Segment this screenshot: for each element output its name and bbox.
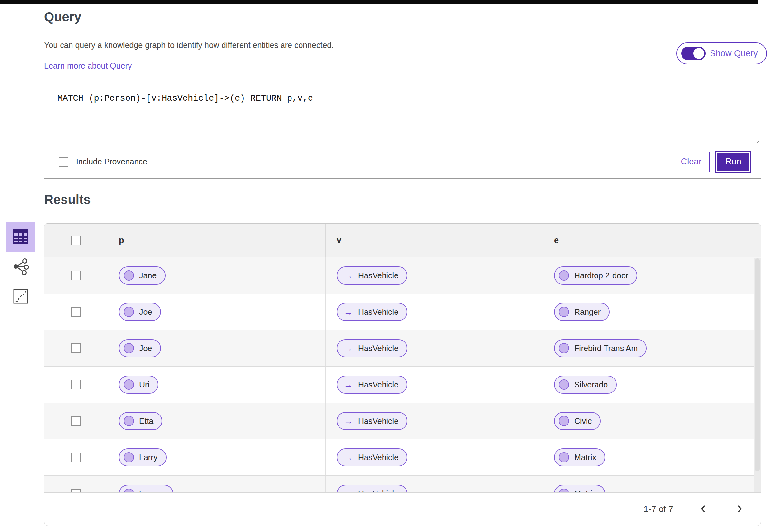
- column-header-p: p: [108, 224, 326, 257]
- pagination-range-label: 1-7 of 7: [644, 504, 673, 514]
- entity-node-icon: [559, 343, 569, 353]
- chevron-left-icon: [699, 504, 708, 514]
- entity-node-icon: [559, 270, 569, 281]
- row-checkbox[interactable]: [71, 380, 81, 389]
- entity-chip[interactable]: Larry: [119, 448, 166, 466]
- table-row: Lauren→HasVehicleMatrix: [44, 476, 761, 492]
- cell-e: Civic: [543, 403, 761, 439]
- row-checkbox[interactable]: [71, 416, 81, 426]
- entity-node-icon: [124, 379, 134, 390]
- cell-v: →HasVehicle: [326, 476, 543, 492]
- entity-node-icon: [559, 452, 569, 462]
- query-editor-panel: MATCH (p:Person)-[v:HasVehicle]->(e) RET…: [44, 85, 761, 179]
- entity-label: Civic: [574, 416, 592, 426]
- entity-label: Jane: [139, 271, 156, 280]
- run-button[interactable]: Run: [716, 152, 750, 172]
- scrollbar-thumb[interactable]: [755, 258, 760, 471]
- entity-chip[interactable]: Joe: [119, 303, 161, 321]
- entity-node-icon: [124, 452, 134, 462]
- relation-label: HasVehicle: [358, 307, 398, 317]
- entity-chip[interactable]: Uri: [119, 376, 158, 394]
- show-query-toggle[interactable]: Show Query: [676, 42, 767, 64]
- relation-chip[interactable]: →HasVehicle: [337, 303, 407, 321]
- entity-node-icon: [124, 489, 134, 492]
- entity-chip[interactable]: Civic: [554, 412, 601, 430]
- relation-label: HasVehicle: [358, 489, 398, 493]
- relation-chip[interactable]: →HasVehicle: [337, 339, 407, 357]
- cell-v: →HasVehicle: [326, 294, 543, 330]
- entity-chip[interactable]: Lauren: [119, 485, 173, 492]
- row-checkbox[interactable]: [71, 489, 81, 492]
- relation-chip[interactable]: →HasVehicle: [337, 376, 407, 394]
- row-checkbox[interactable]: [71, 271, 81, 280]
- entity-chip[interactable]: Silverado: [554, 376, 617, 394]
- row-checkbox-cell: [44, 403, 108, 439]
- cell-e: Matrix: [543, 439, 761, 475]
- relation-chip[interactable]: →HasVehicle: [337, 266, 407, 285]
- table-icon: [13, 229, 29, 245]
- entity-node-icon: [559, 307, 569, 317]
- cell-e: Silverado: [543, 367, 761, 403]
- clear-button[interactable]: Clear: [673, 152, 710, 172]
- toggle-switch-icon[interactable]: [681, 47, 706, 60]
- next-page-button[interactable]: [734, 503, 745, 516]
- results-view-switcher: [6, 222, 35, 312]
- entity-chip[interactable]: Joe: [119, 339, 161, 357]
- entity-chip[interactable]: Ranger: [554, 303, 610, 321]
- cell-v: →HasVehicle: [326, 403, 543, 439]
- show-query-label: Show Query: [710, 49, 758, 59]
- include-provenance-checkbox[interactable]: [59, 157, 68, 167]
- cell-e: Firebird Trans Am: [543, 330, 761, 366]
- entity-label: Joe: [139, 344, 152, 353]
- cell-p: Lauren: [108, 476, 326, 492]
- prev-page-button[interactable]: [698, 503, 709, 516]
- query-editor-footer: Include Provenance Clear Run: [44, 145, 761, 178]
- table-row: Joe→HasVehicleRanger: [44, 294, 761, 330]
- cell-v: →HasVehicle: [326, 330, 543, 366]
- table-scrollbar[interactable]: [754, 258, 761, 492]
- relation-chip[interactable]: →HasVehicle: [337, 412, 407, 430]
- entity-label: Uri: [139, 380, 149, 389]
- query-input[interactable]: MATCH (p:Person)-[v:HasVehicle]->(e) RET…: [44, 85, 761, 145]
- column-header-v: v: [326, 224, 543, 257]
- entity-chip[interactable]: Matrix: [554, 448, 605, 466]
- chevron-right-icon: [735, 504, 744, 514]
- table-row: Jane→HasVehicleHardtop 2-door: [44, 257, 761, 294]
- cell-p: Etta: [108, 403, 326, 439]
- window-top-edge: [0, 0, 758, 4]
- entity-node-icon: [559, 379, 569, 390]
- entity-label: Larry: [139, 453, 157, 462]
- graph-view-button[interactable]: [6, 252, 35, 282]
- row-checkbox-cell: [44, 476, 108, 492]
- relation-label: HasVehicle: [358, 416, 398, 426]
- diagram-view-button[interactable]: [6, 282, 35, 312]
- entity-chip[interactable]: Etta: [119, 412, 162, 430]
- pagination-bar: 1-7 of 7: [44, 492, 761, 526]
- select-all-checkbox[interactable]: [71, 236, 81, 245]
- relation-label: HasVehicle: [358, 344, 398, 353]
- route-icon: [13, 288, 29, 305]
- entity-chip[interactable]: Hardtop 2-door: [554, 266, 638, 285]
- relation-label: HasVehicle: [358, 453, 398, 462]
- row-checkbox[interactable]: [71, 343, 81, 353]
- query-page: Query You can query a knowledge graph to…: [0, 0, 773, 532]
- relation-chip[interactable]: →HasVehicle: [337, 485, 407, 492]
- entity-chip[interactable]: Matrix: [554, 485, 605, 492]
- entity-chip[interactable]: Firebird Trans Am: [554, 339, 647, 357]
- entity-chip[interactable]: Jane: [119, 266, 165, 285]
- relation-chip[interactable]: →HasVehicle: [337, 448, 407, 466]
- cell-p: Joe: [108, 330, 326, 366]
- row-checkbox[interactable]: [71, 307, 81, 317]
- entity-node-icon: [124, 416, 134, 426]
- entity-node-icon: [124, 307, 134, 317]
- cell-v: →HasVehicle: [326, 367, 543, 403]
- toggle-knob: [694, 48, 704, 59]
- row-checkbox[interactable]: [71, 453, 81, 462]
- relation-arrow-icon: →: [344, 489, 353, 493]
- entity-node-icon: [559, 416, 569, 426]
- entity-label: Silverado: [574, 380, 608, 389]
- learn-more-link[interactable]: Learn more about Query: [44, 61, 132, 70]
- table-body: Jane→HasVehicleHardtop 2-doorJoe→HasVehi…: [44, 257, 761, 492]
- table-view-button[interactable]: [6, 222, 35, 252]
- row-checkbox-cell: [44, 294, 108, 330]
